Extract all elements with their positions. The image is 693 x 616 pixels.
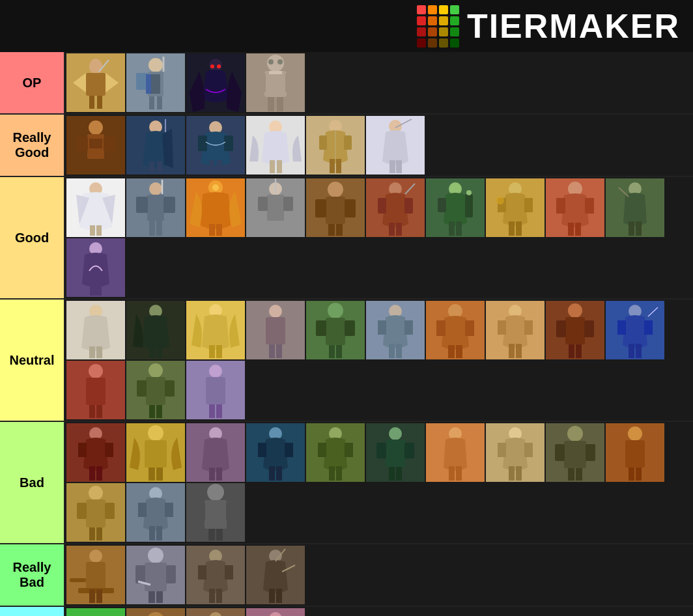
svg-rect-237 (386, 440, 405, 467)
list-item (126, 238, 185, 297)
svg-point-192 (89, 364, 103, 378)
svg-rect-146 (216, 345, 222, 358)
svg-rect-111 (456, 221, 462, 236)
list-item (66, 608, 125, 616)
svg-point-236 (389, 427, 402, 440)
svg-rect-62 (389, 160, 395, 173)
svg-rect-282 (208, 529, 215, 540)
svg-rect-70 (96, 225, 102, 236)
list-item (126, 178, 185, 237)
svg-rect-258 (576, 468, 582, 481)
list-item (186, 116, 245, 175)
svg-rect-183 (576, 344, 582, 358)
svg-rect-37 (89, 159, 95, 173)
svg-rect-304 (216, 589, 222, 603)
svg-rect-238 (376, 443, 386, 458)
tier-label-really-good: Really Good (0, 115, 65, 176)
svg-rect-142 (156, 345, 162, 358)
svg-rect-110 (449, 221, 455, 236)
svg-rect-81 (209, 224, 215, 236)
svg-rect-256 (586, 444, 595, 461)
list-item (546, 301, 604, 359)
svg-rect-206 (209, 404, 215, 418)
svg-point-253 (567, 426, 583, 441)
svg-rect-239 (404, 443, 414, 458)
list-item (186, 361, 245, 419)
svg-rect-241 (396, 467, 402, 481)
svg-rect-102 (404, 198, 413, 214)
svg-point-148 (269, 305, 282, 318)
list-item (66, 423, 125, 482)
svg-point-260 (628, 427, 642, 441)
list-item (546, 423, 604, 482)
svg-rect-122 (556, 198, 565, 214)
svg-rect-189 (636, 344, 642, 358)
list-item (186, 178, 245, 237)
list-item (186, 301, 245, 359)
svg-rect-279 (205, 500, 227, 529)
svg-rect-222 (216, 468, 222, 481)
svg-rect-73 (147, 195, 164, 221)
svg-rect-46 (198, 135, 207, 151)
svg-point-215 (148, 425, 163, 441)
list-item (66, 53, 125, 112)
svg-rect-117 (509, 221, 515, 236)
svg-rect-213 (96, 466, 102, 481)
svg-rect-211 (105, 443, 113, 457)
svg-rect-28 (277, 97, 283, 111)
svg-rect-42 (157, 161, 162, 173)
svg-rect-26 (285, 73, 293, 92)
list-item (486, 423, 544, 482)
list-item (66, 546, 125, 604)
svg-point-119 (496, 197, 504, 204)
svg-rect-200 (165, 380, 175, 397)
svg-rect-104 (396, 223, 402, 236)
svg-point-93 (328, 182, 343, 197)
svg-rect-173 (498, 320, 506, 335)
header: TiERMAKER (0, 0, 693, 52)
svg-rect-227 (269, 466, 275, 481)
svg-rect-180 (556, 320, 566, 337)
list-item (186, 483, 245, 542)
svg-point-83 (212, 184, 219, 191)
list-item (126, 608, 185, 616)
svg-rect-179 (565, 317, 585, 344)
svg-rect-90 (276, 221, 282, 236)
svg-rect-95 (315, 199, 326, 217)
svg-rect-248 (498, 443, 506, 457)
svg-rect-16 (157, 96, 162, 109)
logo-text: TiERMAKER (467, 7, 680, 46)
list-item (366, 178, 425, 237)
svg-rect-125 (575, 223, 581, 236)
svg-rect-116 (524, 198, 533, 212)
tier-content-good (65, 177, 693, 298)
svg-rect-296 (148, 591, 155, 603)
list-item (246, 53, 305, 112)
list-item (66, 483, 125, 542)
list-item (306, 116, 365, 175)
svg-rect-311 (66, 608, 125, 616)
svg-rect-290 (70, 578, 86, 582)
tier-row-why: Why Does This Race Exist? (0, 607, 693, 616)
svg-rect-273 (138, 503, 147, 517)
svg-rect-49 (217, 160, 222, 173)
svg-rect-308 (276, 589, 282, 603)
list-item (126, 53, 185, 112)
svg-rect-231 (318, 443, 326, 457)
list-item (366, 116, 425, 175)
logo-icon (417, 5, 459, 48)
svg-rect-150 (269, 344, 275, 358)
svg-rect-297 (156, 591, 163, 603)
svg-rect-245 (456, 466, 462, 481)
list-item (66, 361, 125, 419)
svg-rect-2 (86, 73, 106, 96)
svg-rect-133 (90, 283, 96, 296)
svg-rect-101 (378, 198, 386, 214)
svg-rect-108 (465, 194, 473, 217)
svg-rect-228 (276, 466, 282, 481)
svg-rect-288 (89, 589, 95, 603)
list-item (186, 546, 245, 604)
svg-point-20 (210, 64, 214, 68)
tier-label-neutral: Neutral (0, 300, 65, 421)
tier-label-bad: Bad (0, 422, 65, 543)
